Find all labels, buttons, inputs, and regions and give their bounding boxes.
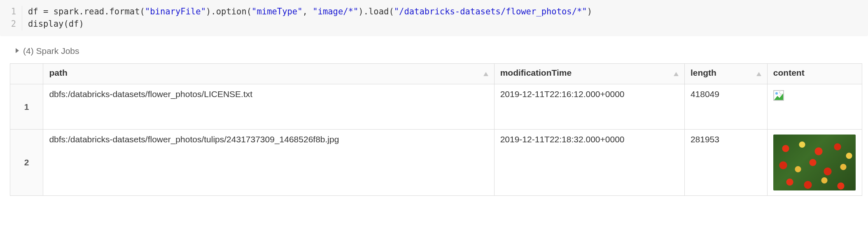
svg-point-6 <box>775 92 778 95</box>
cell-path: dbfs:/databricks-datasets/flower_photos/… <box>43 130 494 196</box>
column-header-content[interactable]: content <box>767 64 862 84</box>
result-table-wrap: path modificationTime length <box>0 63 868 197</box>
code-cell[interactable]: 12 df = spark.read.format("binaryFile").… <box>0 0 868 36</box>
code-gutter: 12 <box>0 6 22 30</box>
code-line[interactable]: df = spark.read.format("binaryFile").opt… <box>28 6 592 18</box>
svg-marker-1 <box>483 72 488 76</box>
table-row: 2dbfs:/databricks-datasets/flower_photos… <box>10 130 862 196</box>
svg-marker-2 <box>674 72 679 76</box>
sort-icon[interactable] <box>673 72 679 77</box>
table-row: 1dbfs:/databricks-datasets/flower_photos… <box>10 84 862 130</box>
cell-modification-time: 2019-12-11T22:16:12.000+0000 <box>494 84 684 130</box>
line-number: 1 <box>0 6 16 18</box>
spark-jobs-toggle[interactable]: (4) Spark Jobs <box>0 36 868 63</box>
column-header-label: length <box>691 68 716 77</box>
cell-content <box>767 130 862 196</box>
result-table: path modificationTime length <box>10 63 862 196</box>
column-header-modification-time[interactable]: modificationTime <box>494 64 684 84</box>
column-header-path[interactable]: path <box>43 64 494 84</box>
image-thumbnail <box>773 135 856 190</box>
column-header-label: modificationTime <box>500 68 572 77</box>
code-body[interactable]: df = spark.read.format("binaryFile").opt… <box>22 6 592 30</box>
sort-icon[interactable] <box>756 72 762 77</box>
row-index: 1 <box>10 84 43 130</box>
spark-jobs-label: (4) Spark Jobs <box>23 46 79 56</box>
row-index: 2 <box>10 130 43 196</box>
broken-image-icon <box>773 90 784 103</box>
svg-marker-3 <box>756 72 761 76</box>
code-line[interactable]: display(df) <box>28 18 592 30</box>
cell-length: 281953 <box>684 130 767 196</box>
column-header-length[interactable]: length <box>684 64 767 84</box>
line-number: 2 <box>0 18 16 30</box>
column-header-label: content <box>773 68 805 77</box>
row-index-header <box>10 64 43 84</box>
column-header-label: path <box>49 68 67 77</box>
svg-marker-0 <box>16 48 19 53</box>
cell-modification-time: 2019-12-11T22:18:32.000+0000 <box>494 130 684 196</box>
cell-content <box>767 84 862 130</box>
caret-right-icon <box>15 47 20 56</box>
sort-icon[interactable] <box>483 72 489 77</box>
cell-path: dbfs:/databricks-datasets/flower_photos/… <box>43 84 494 130</box>
cell-length: 418049 <box>684 84 767 130</box>
